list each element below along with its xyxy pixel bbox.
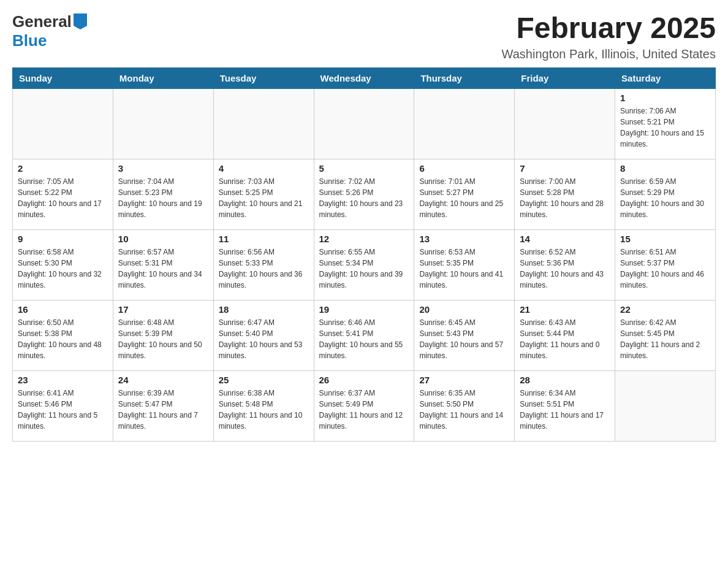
logo-blue-text: Blue (12, 31, 47, 50)
sunrise-text: Sunrise: 7:01 AM (419, 176, 509, 187)
calendar-cell: 22Sunrise: 6:42 AMSunset: 5:45 PMDayligh… (615, 300, 716, 370)
sunrise-text: Sunrise: 6:38 AM (219, 388, 309, 399)
page-header: General Blue February 2025 Washington Pa… (12, 12, 716, 61)
day-info: Sunrise: 6:38 AMSunset: 5:48 PMDaylight:… (219, 388, 309, 432)
month-title: February 2025 (502, 12, 716, 45)
sunset-text: Sunset: 5:44 PM (520, 328, 610, 339)
sunset-text: Sunset: 5:50 PM (419, 399, 509, 410)
day-number: 17 (118, 304, 208, 315)
daylight-text: Daylight: 10 hours and 39 minutes. (319, 269, 409, 291)
calendar-cell: 18Sunrise: 6:47 AMSunset: 5:40 PMDayligh… (213, 300, 314, 370)
daylight-text: Daylight: 11 hours and 5 minutes. (18, 410, 108, 432)
sunrise-text: Sunrise: 6:50 AM (18, 317, 108, 328)
calendar-header: Sunday Monday Tuesday Wednesday Thursday… (13, 67, 716, 88)
daylight-text: Daylight: 10 hours and 46 minutes. (620, 269, 710, 291)
day-number: 21 (520, 304, 610, 315)
calendar-cell: 16Sunrise: 6:50 AMSunset: 5:38 PMDayligh… (13, 300, 113, 370)
daylight-text: Daylight: 11 hours and 7 minutes. (118, 410, 208, 432)
sunrise-text: Sunrise: 6:55 AM (319, 247, 409, 258)
sunset-text: Sunset: 5:34 PM (319, 258, 409, 269)
daylight-text: Daylight: 10 hours and 55 minutes. (319, 339, 409, 361)
col-sunday: Sunday (13, 67, 113, 88)
sunrise-text: Sunrise: 6:46 AM (319, 317, 409, 328)
calendar-cell: 10Sunrise: 6:57 AMSunset: 5:31 PMDayligh… (113, 229, 213, 300)
sunset-text: Sunset: 5:39 PM (118, 328, 208, 339)
daylight-text: Daylight: 10 hours and 23 minutes. (319, 198, 409, 220)
day-number: 14 (520, 234, 610, 244)
calendar-cell: 21Sunrise: 6:43 AMSunset: 5:44 PMDayligh… (515, 300, 615, 370)
daylight-text: Daylight: 10 hours and 48 minutes. (18, 339, 108, 361)
calendar-cell (13, 88, 113, 159)
day-number: 5 (319, 163, 409, 174)
calendar-cell: 25Sunrise: 6:38 AMSunset: 5:48 PMDayligh… (213, 370, 314, 441)
sunset-text: Sunset: 5:26 PM (319, 187, 409, 198)
day-number: 3 (118, 163, 208, 174)
day-info: Sunrise: 6:45 AMSunset: 5:43 PMDaylight:… (419, 317, 509, 361)
sunset-text: Sunset: 5:37 PM (620, 258, 710, 269)
calendar-cell: 7Sunrise: 7:00 AMSunset: 5:28 PMDaylight… (515, 159, 615, 229)
daylight-text: Daylight: 10 hours and 57 minutes. (419, 339, 509, 361)
sunrise-text: Sunrise: 6:39 AM (118, 388, 208, 399)
calendar-cell: 5Sunrise: 7:02 AMSunset: 5:26 PMDaylight… (314, 159, 414, 229)
sunrise-text: Sunrise: 6:59 AM (620, 176, 710, 187)
days-of-week-row: Sunday Monday Tuesday Wednesday Thursday… (13, 67, 716, 88)
logo-general-text: General (12, 12, 72, 31)
day-info: Sunrise: 7:05 AMSunset: 5:22 PMDaylight:… (18, 176, 108, 220)
col-friday: Friday (515, 67, 615, 88)
calendar-cell: 28Sunrise: 6:34 AMSunset: 5:51 PMDayligh… (515, 370, 615, 441)
sunset-text: Sunset: 5:46 PM (18, 399, 108, 410)
sunrise-text: Sunrise: 6:35 AM (419, 388, 509, 399)
daylight-text: Daylight: 10 hours and 25 minutes. (419, 198, 509, 220)
sunrise-text: Sunrise: 6:56 AM (219, 247, 309, 258)
day-info: Sunrise: 7:03 AMSunset: 5:25 PMDaylight:… (219, 176, 309, 220)
daylight-text: Daylight: 10 hours and 43 minutes. (520, 269, 610, 291)
day-info: Sunrise: 6:59 AMSunset: 5:29 PMDaylight:… (620, 176, 710, 220)
day-number: 20 (419, 304, 509, 315)
sunrise-text: Sunrise: 6:43 AM (520, 317, 610, 328)
sunset-text: Sunset: 5:23 PM (118, 187, 208, 198)
day-number: 28 (520, 375, 610, 385)
day-number: 1 (620, 93, 710, 103)
col-tuesday: Tuesday (213, 67, 314, 88)
title-block: February 2025 Washington Park, Illinois,… (502, 12, 716, 61)
day-number: 26 (319, 375, 409, 385)
sunset-text: Sunset: 5:25 PM (219, 187, 309, 198)
sunset-text: Sunset: 5:33 PM (219, 258, 309, 269)
sunrise-text: Sunrise: 6:37 AM (319, 388, 409, 399)
day-number: 19 (319, 304, 409, 315)
day-number: 10 (118, 234, 208, 244)
calendar-cell: 1Sunrise: 7:06 AMSunset: 5:21 PMDaylight… (615, 88, 716, 159)
sunrise-text: Sunrise: 6:45 AM (419, 317, 509, 328)
calendar-cell (113, 88, 213, 159)
calendar-cell (414, 88, 515, 159)
sunset-text: Sunset: 5:48 PM (219, 399, 309, 410)
sunrise-text: Sunrise: 6:48 AM (118, 317, 208, 328)
sunrise-text: Sunrise: 7:06 AM (620, 105, 710, 117)
day-info: Sunrise: 6:56 AMSunset: 5:33 PMDaylight:… (219, 247, 309, 291)
day-info: Sunrise: 6:58 AMSunset: 5:30 PMDaylight:… (18, 247, 108, 291)
calendar-cell: 26Sunrise: 6:37 AMSunset: 5:49 PMDayligh… (314, 370, 414, 441)
calendar-week-5: 23Sunrise: 6:41 AMSunset: 5:46 PMDayligh… (13, 370, 716, 441)
day-info: Sunrise: 6:52 AMSunset: 5:36 PMDaylight:… (520, 247, 610, 291)
day-number: 24 (118, 375, 208, 385)
sunset-text: Sunset: 5:29 PM (620, 187, 710, 198)
sunrise-text: Sunrise: 6:52 AM (520, 247, 610, 258)
sunrise-text: Sunrise: 6:47 AM (219, 317, 309, 328)
sunset-text: Sunset: 5:41 PM (319, 328, 409, 339)
calendar-cell: 12Sunrise: 6:55 AMSunset: 5:34 PMDayligh… (314, 229, 414, 300)
day-info: Sunrise: 7:00 AMSunset: 5:28 PMDaylight:… (520, 176, 610, 220)
daylight-text: Daylight: 11 hours and 14 minutes. (419, 410, 509, 432)
calendar-week-3: 9Sunrise: 6:58 AMSunset: 5:30 PMDaylight… (13, 229, 716, 300)
daylight-text: Daylight: 10 hours and 15 minutes. (620, 128, 710, 150)
sunset-text: Sunset: 5:43 PM (419, 328, 509, 339)
daylight-text: Daylight: 10 hours and 53 minutes. (219, 339, 309, 361)
calendar-cell: 2Sunrise: 7:05 AMSunset: 5:22 PMDaylight… (13, 159, 113, 229)
sunrise-text: Sunrise: 6:41 AM (18, 388, 108, 399)
day-number: 11 (219, 234, 309, 244)
day-number: 16 (18, 304, 108, 315)
calendar-cell: 27Sunrise: 6:35 AMSunset: 5:50 PMDayligh… (414, 370, 515, 441)
sunset-text: Sunset: 5:22 PM (18, 187, 108, 198)
day-info: Sunrise: 6:48 AMSunset: 5:39 PMDaylight:… (118, 317, 208, 361)
calendar-cell: 9Sunrise: 6:58 AMSunset: 5:30 PMDaylight… (13, 229, 113, 300)
daylight-text: Daylight: 11 hours and 10 minutes. (219, 410, 309, 432)
